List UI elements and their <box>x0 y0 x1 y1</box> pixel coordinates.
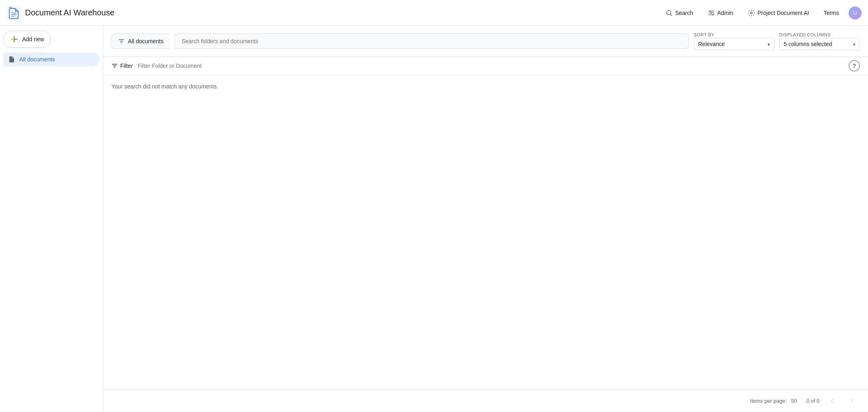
search-icon <box>665 9 673 17</box>
svg-rect-8 <box>15 39 17 40</box>
sort-by-select[interactable]: Relevance <box>694 38 774 50</box>
add-new-label: Add new <box>22 36 44 42</box>
sort-by-chevron-icon <box>768 41 770 47</box>
svg-point-2 <box>751 12 753 14</box>
filter-icon <box>111 63 118 69</box>
search-input[interactable] <box>182 38 682 44</box>
displayed-columns-section: Displayed Columns 5 columns selected <box>779 32 860 50</box>
search-bar[interactable] <box>175 34 689 49</box>
sort-by-section: Sort By Relevance <box>694 32 774 50</box>
items-per-page-value: 50 <box>791 398 797 404</box>
help-button[interactable]: ? <box>849 60 860 71</box>
pagination-next-button[interactable] <box>845 394 858 407</box>
main-content: All documents Sort By Relevance Displaye… <box>103 26 868 412</box>
project-nav-item[interactable]: Project Document AI <box>743 6 814 20</box>
items-per-page-text: Items per page: <box>750 398 786 404</box>
sidebar: Add new All documents <box>0 26 103 412</box>
app-title: Document AI Warehouse <box>25 8 115 17</box>
search-nav-label: Search <box>675 10 693 16</box>
sidebar-item-all-documents[interactable]: All documents <box>3 53 100 66</box>
project-nav-label: Project Document AI <box>757 10 809 16</box>
filter-label: Filter <box>120 63 133 69</box>
all-documents-button[interactable]: All documents <box>111 34 170 49</box>
sort-by-value: Relevance <box>698 41 725 47</box>
svg-rect-5 <box>14 36 15 39</box>
pagination: 0 of 0 <box>806 394 858 407</box>
admin-icon <box>708 9 715 17</box>
gear-icon <box>748 9 755 17</box>
terms-nav-label: Terms <box>824 10 839 16</box>
displayed-columns-value: 5 columns selected <box>784 41 832 47</box>
pagination-prev-button[interactable] <box>826 394 839 407</box>
document-icon <box>8 56 15 63</box>
avatar-initials: U <box>853 10 857 16</box>
svg-rect-6 <box>14 40 15 42</box>
sidebar-item-label: All documents <box>19 56 55 63</box>
top-nav: Document AI Warehouse Search Admin Proje… <box>0 0 868 26</box>
displayed-columns-chevron-icon <box>853 41 855 47</box>
terms-nav-item[interactable]: Terms <box>819 6 844 19</box>
main-layout: Add new All documents All documents <box>0 26 868 412</box>
no-results-message: Your search did not match any documents. <box>111 83 860 90</box>
displayed-columns-select[interactable]: 5 columns selected <box>779 38 860 50</box>
toolbar: All documents Sort By Relevance Displaye… <box>103 26 868 57</box>
app-logo-icon <box>6 6 21 20</box>
admin-nav-item[interactable]: Admin <box>703 6 738 20</box>
chevron-right-icon <box>848 397 856 405</box>
filter-lines-icon <box>118 38 125 44</box>
help-icon: ? <box>853 63 856 69</box>
filter-input[interactable] <box>138 63 844 69</box>
footer: Items per page: 50 0 of 0 <box>103 389 868 412</box>
items-per-page-label: Items per page: 50 <box>750 398 797 404</box>
avatar[interactable]: U <box>849 6 862 19</box>
add-new-button[interactable]: Add new <box>3 31 51 48</box>
content-area: Your search did not match any documents. <box>103 75 868 389</box>
sort-by-label: Sort By <box>694 32 774 37</box>
svg-rect-7 <box>11 39 14 40</box>
filter-bar: Filter ? <box>103 57 868 75</box>
displayed-columns-label: Displayed Columns <box>779 32 860 37</box>
filter-button[interactable]: Filter <box>111 63 133 69</box>
admin-nav-label: Admin <box>717 10 734 16</box>
search-nav-item[interactable]: Search <box>661 6 698 20</box>
all-documents-label: All documents <box>128 38 163 44</box>
add-new-icon <box>10 35 18 43</box>
nav-logo: Document AI Warehouse <box>6 6 115 20</box>
chevron-left-icon <box>828 397 837 405</box>
pagination-info: 0 of 0 <box>806 398 820 404</box>
